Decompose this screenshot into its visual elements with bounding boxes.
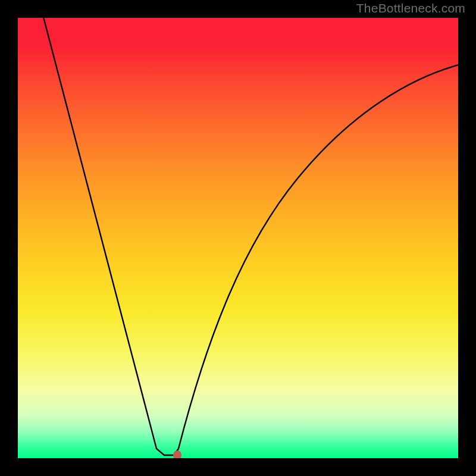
plot-area [18,18,458,458]
chart-frame: TheBottleneck.com [0,0,476,476]
optimal-point-marker [173,450,181,458]
watermark-text: TheBottleneck.com [356,1,465,15]
bottleneck-curve [18,18,458,458]
